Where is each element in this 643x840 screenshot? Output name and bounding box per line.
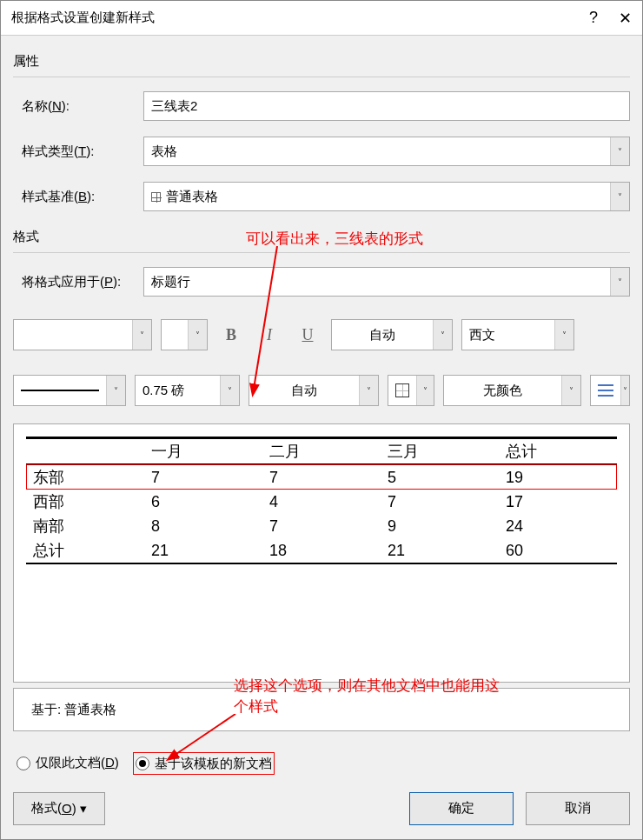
- row-name: 名称(N):: [13, 91, 630, 121]
- line-color-select[interactable]: 自动 ˅: [249, 375, 378, 406]
- help-button[interactable]: ?: [589, 9, 598, 28]
- style-type-label: 样式类型(T):: [13, 143, 143, 160]
- chevron-down-icon: ˅: [188, 320, 207, 350]
- ok-button[interactable]: 确定: [409, 792, 514, 825]
- bold-button[interactable]: B: [216, 319, 246, 350]
- scope-radio-group: 仅限此文档(D) 基于该模板的新文档: [17, 752, 630, 775]
- row-style-based: 样式基准(B): 普通表格 ˅: [13, 182, 630, 211]
- italic-button[interactable]: I: [255, 319, 284, 350]
- chevron-down-icon: ˅: [132, 320, 151, 350]
- apply-to-label: 将格式应用于(P):: [13, 274, 143, 290]
- borders-icon: [388, 383, 416, 397]
- font-color-select[interactable]: 自动 ˅: [331, 319, 453, 350]
- hamburger-icon: [591, 384, 620, 397]
- font-color-value: 自动: [332, 327, 433, 343]
- name-input[interactable]: [143, 91, 630, 121]
- style-based-select[interactable]: 普通表格 ˅: [143, 182, 630, 211]
- radio-label: 仅限此文档(D): [36, 755, 119, 771]
- name-label: 名称(N):: [13, 98, 143, 115]
- script-select[interactable]: 西文 ˅: [461, 319, 574, 350]
- dialog-button-row: 格式(O) ▾ 确定 取消: [13, 792, 630, 825]
- table-header-row: 一月 二月 三月 总计: [26, 438, 617, 465]
- apply-to-select[interactable]: 标题行 ˅: [143, 267, 630, 297]
- chevron-down-icon: ˅: [416, 376, 434, 405]
- chevron-down-icon: ˅: [561, 376, 580, 405]
- cancel-button[interactable]: 取消: [526, 792, 630, 825]
- chevron-down-icon: ˅: [359, 376, 378, 405]
- close-button[interactable]: ✕: [619, 9, 632, 28]
- chevron-down-icon: ˅: [610, 137, 629, 165]
- chevron-down-icon: ˅: [610, 268, 629, 296]
- divider: [13, 252, 630, 253]
- line-style-select[interactable]: ˅: [13, 375, 126, 406]
- apply-to-value: 标题行: [151, 274, 190, 290]
- dialog: 根据格式设置创建新样式 ? ✕ 属性 名称(N): 样式类型(T): 表格 ˅ …: [0, 0, 643, 840]
- chevron-down-icon: ˅: [220, 376, 239, 405]
- table-row: 总计 21 18 21 60: [26, 538, 617, 563]
- row-apply-to: 将格式应用于(P): 标题行 ˅: [13, 267, 630, 297]
- table-row: 南部 8 7 9 24: [26, 514, 617, 538]
- table-row: 东部 7 7 5 19: [26, 464, 617, 490]
- more-options-select[interactable]: ˅: [590, 375, 630, 406]
- underline-button[interactable]: U: [293, 319, 322, 350]
- font-size-select[interactable]: ˅: [161, 319, 208, 350]
- font-name-select[interactable]: ˅: [13, 319, 152, 350]
- format-menu-button[interactable]: 格式(O) ▾: [13, 792, 105, 825]
- borders-select[interactable]: ˅: [388, 375, 434, 406]
- radio-only-this-document[interactable]: 仅限此文档(D): [17, 755, 119, 771]
- line-weight-value: 0.75 磅: [136, 383, 220, 399]
- line-style-icon: [14, 390, 106, 391]
- titlebar: 根据格式设置创建新样式 ? ✕: [1, 1, 642, 36]
- style-based-value: 普通表格: [151, 189, 218, 205]
- style-type-select[interactable]: 表格 ˅: [143, 137, 630, 166]
- table-icon: [151, 192, 161, 202]
- section-formatting-label: 格式: [13, 229, 630, 247]
- chevron-down-icon: ˅: [620, 376, 629, 405]
- radio-new-docs-template[interactable]: 基于该模板的新文档: [136, 756, 272, 772]
- radio-label: 基于该模板的新文档: [155, 756, 272, 772]
- fill-color-value: 无颜色: [444, 383, 561, 399]
- fill-color-select[interactable]: 无颜色 ˅: [443, 375, 581, 406]
- script-value: 西文: [462, 327, 554, 343]
- style-based-label: 样式基准(B):: [13, 189, 143, 205]
- style-description: 基于: 普通表格: [13, 688, 630, 731]
- preview-table: 一月 二月 三月 总计 东部 7 7 5 19 西部: [26, 437, 617, 564]
- divider: [13, 77, 630, 77]
- row-style-type: 样式类型(T): 表格 ˅: [13, 137, 630, 166]
- table-row: 西部 6 4 7 17: [26, 490, 617, 514]
- style-type-value: 表格: [151, 143, 177, 160]
- radio-icon: [17, 757, 30, 770]
- section-properties-label: 属性: [13, 53, 630, 71]
- dialog-title: 根据格式设置创建新样式: [11, 10, 155, 26]
- radio-icon: [136, 757, 149, 770]
- titlebar-controls: ? ✕: [589, 9, 632, 28]
- chevron-down-icon: ˅: [433, 320, 452, 350]
- chevron-down-icon: ˅: [554, 320, 573, 350]
- border-toolbar: ˅ 0.75 磅 ˅ 自动 ˅ ˅ 无颜色 ˅ ˅: [13, 375, 630, 406]
- preview-panel: 一月 二月 三月 总计 东部 7 7 5 19 西部: [13, 423, 630, 683]
- font-toolbar: ˅ ˅ B I U 自动 ˅ 西文 ˅: [13, 319, 630, 350]
- dialog-content: 属性 名称(N): 样式类型(T): 表格 ˅ 样式基准(B): 普通表格 ˅ …: [1, 36, 642, 839]
- chevron-down-icon: ˅: [610, 183, 629, 210]
- line-color-value: 自动: [249, 383, 358, 399]
- line-weight-select[interactable]: 0.75 磅 ˅: [135, 375, 240, 406]
- radio-highlight-box: 基于该模板的新文档: [133, 752, 275, 775]
- chevron-down-icon: ˅: [106, 376, 125, 405]
